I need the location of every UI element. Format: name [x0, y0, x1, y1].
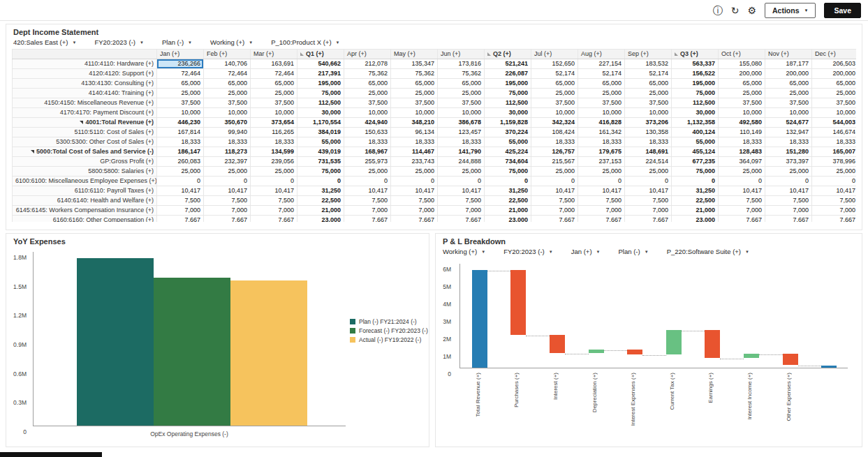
grid-cell[interactable]: 75,000 [297, 167, 344, 177]
grid-cell[interactable]: 0 [719, 177, 765, 186]
pov-dropdown[interactable]: FY20:2023 (-)▼ [503, 248, 553, 255]
grid-cell[interactable]: 7,000 [765, 206, 812, 216]
horizontal-scrollbar-thumb[interactable] [0, 452, 102, 457]
grid-cell[interactable]: 112,500 [297, 98, 344, 108]
grid-cell[interactable]: 10,000 [531, 108, 578, 118]
grid-cell[interactable]: 7,500 [438, 196, 485, 206]
grid-cell[interactable]: 37,500 [765, 98, 812, 108]
grid-cell[interactable]: 161,342 [578, 128, 625, 137]
grid-cell[interactable]: 52,174 [625, 69, 672, 79]
grid-cell[interactable]: 37,500 [578, 98, 625, 108]
grid-cell[interactable]: 25,000 [765, 89, 812, 98]
grid-cell[interactable]: 0 [157, 177, 204, 186]
grid-cell[interactable]: 255,973 [344, 157, 391, 167]
grid-cell[interactable]: 65,000 [157, 79, 204, 89]
grid-cell[interactable]: 25,000 [531, 167, 578, 177]
grid-cell[interactable]: 187,177 [765, 59, 812, 69]
grid-cell[interactable]: 65,000 [531, 79, 578, 89]
grid-cell[interactable]: 52,174 [531, 69, 578, 79]
grid-cell[interactable]: 150,633 [344, 128, 391, 137]
grid-cell[interactable]: 10,000 [391, 108, 438, 118]
collapse-triangle-icon[interactable] [31, 150, 34, 153]
grid-cell[interactable]: 0 [485, 177, 531, 186]
grid-cell[interactable]: 7,500 [344, 196, 391, 206]
grid-cell[interactable]: 563,337 [672, 59, 719, 69]
pov-dropdown[interactable]: Plan (-)▼ [162, 38, 192, 46]
grid-cell[interactable]: 25,000 [204, 89, 251, 98]
grid-cell[interactable]: 7,667 [578, 216, 625, 223]
grid-cell[interactable]: 0 [578, 177, 625, 186]
row-header[interactable]: 4130:4130: Consulting (+) [13, 79, 157, 89]
quarter-collapse-icon[interactable] [487, 52, 491, 56]
grid-cell[interactable]: 25,000 [157, 89, 204, 98]
grid-cell[interactable]: 18,333 [578, 137, 625, 147]
grid-cell[interactable]: 37,500 [438, 98, 485, 108]
grid-cell[interactable]: 110,149 [719, 128, 765, 137]
grid-cell[interactable]: 10,417 [251, 186, 297, 196]
grid-cell[interactable]: 18,333 [765, 137, 812, 147]
grid-cell[interactable]: 23,000 [297, 216, 344, 223]
column-header[interactable]: Sep (+) [625, 50, 672, 59]
grid-cell[interactable]: 0 [344, 177, 391, 186]
grid-cell[interactable]: 65,000 [625, 79, 672, 89]
grid-cell[interactable]: 455,124 [672, 147, 719, 157]
row-header[interactable]: 4150:4150: Miscellaneous Revenue (+) [13, 98, 157, 108]
grid-cell[interactable]: 10,417 [578, 186, 625, 196]
grid-cell[interactable]: 7,000 [391, 206, 438, 216]
pov-dropdown[interactable]: P_220:Software Suite (+)▼ [667, 248, 749, 255]
data-grid[interactable]: Jan (+)Feb (+)Mar (+)Q1 (+)Apr (+)May (+… [12, 49, 856, 222]
column-header[interactable]: Nov (+) [765, 50, 812, 59]
grid-cell[interactable]: 7,667 [812, 216, 857, 223]
waterfall-bar[interactable] [589, 350, 604, 353]
grid-cell[interactable]: 10,417 [391, 186, 438, 196]
grid-cell[interactable]: 25,000 [391, 89, 438, 98]
grid-cell[interactable]: 18,333 [157, 137, 204, 147]
column-header[interactable]: Q3 (+) [672, 50, 719, 59]
grid-cell[interactable]: 118,273 [204, 147, 251, 157]
grid-cell[interactable]: 25,000 [157, 167, 204, 177]
grid-cell[interactable]: 37,500 [391, 98, 438, 108]
grid-cell[interactable]: 25,000 [812, 167, 857, 177]
grid-cell[interactable]: 31,250 [297, 186, 344, 196]
grid-cell[interactable]: 112,500 [672, 98, 719, 108]
grid-cell[interactable]: 167,814 [157, 128, 204, 137]
grid-cell[interactable]: 37,500 [344, 98, 391, 108]
grid-cell[interactable]: 18,333 [344, 137, 391, 147]
grid-cell[interactable]: 25,000 [344, 89, 391, 98]
grid-cell[interactable]: 18,333 [531, 137, 578, 147]
grid-cell[interactable]: 232,397 [204, 157, 251, 167]
grid-cell[interactable]: 260,083 [157, 157, 204, 167]
grid-cell[interactable]: 7,500 [719, 196, 765, 206]
row-header[interactable]: 4170:4170: Payment Discount (+) [13, 108, 157, 118]
grid-cell[interactable]: 0 [531, 177, 578, 186]
grid-cell[interactable]: 7,667 [719, 216, 765, 223]
actions-button[interactable]: Actions ▼ [765, 3, 816, 18]
grid-cell[interactable]: 7,000 [531, 206, 578, 216]
grid-cell[interactable]: 25,000 [719, 167, 765, 177]
row-header[interactable]: 4001:Total Revenue (+) [13, 118, 157, 128]
row-header[interactable]: 6140:6140: Health and Welfare (+) [13, 196, 157, 206]
column-header[interactable]: Jun (+) [438, 50, 485, 59]
row-header[interactable]: 4140:4140: Training (+) [13, 89, 157, 98]
grid-cell[interactable]: 18,333 [625, 137, 672, 147]
grid-cell[interactable]: 25,000 [578, 89, 625, 98]
grid-cell[interactable]: 10,417 [765, 186, 812, 196]
grid-cell[interactable]: 25,000 [578, 167, 625, 177]
grid-cell[interactable]: 0 [391, 177, 438, 186]
grid-cell[interactable]: 386,678 [438, 118, 485, 128]
grid-cell[interactable]: 7,500 [812, 196, 857, 206]
grid-cell[interactable]: 31,250 [485, 186, 531, 196]
quarter-collapse-icon[interactable] [300, 52, 304, 56]
grid-cell[interactable]: 65,000 [391, 79, 438, 89]
grid-cell[interactable]: 25,000 [625, 89, 672, 98]
grid-cell[interactable]: 7,667 [344, 216, 391, 223]
grid-cell[interactable]: 168,967 [344, 147, 391, 157]
grid-cell[interactable]: 7,000 [438, 206, 485, 216]
grid-cell[interactable]: 1,132,358 [672, 118, 719, 128]
grid-cell[interactable]: 200,000 [765, 69, 812, 79]
grid-cell[interactable]: 116,265 [251, 128, 297, 137]
grid-cell[interactable]: 108,424 [531, 128, 578, 137]
column-header[interactable]: Dec (+) [812, 50, 857, 59]
grid-cell[interactable]: 215,567 [531, 157, 578, 167]
grid-cell[interactable]: 10,000 [157, 108, 204, 118]
